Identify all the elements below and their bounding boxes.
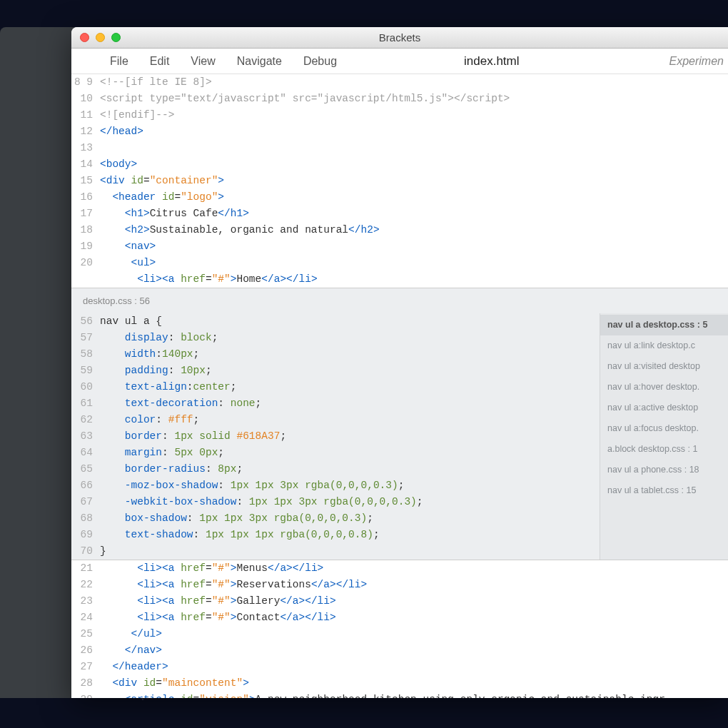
css-rule-item[interactable]: nav ul a tablet.css : 15 — [600, 480, 728, 501]
css-rule-item[interactable]: nav ul a:visited desktop — [600, 356, 728, 377]
experimental-label[interactable]: Experimen — [669, 55, 728, 68]
inline-code[interactable]: 56 57 58 59 60 61 62 63 64 65 66 67 68 6… — [71, 313, 600, 560]
css-rule-item[interactable]: a.block desktop.css : 1 — [600, 439, 728, 460]
maximize-icon[interactable] — [111, 33, 121, 42]
menu-navigate[interactable]: Navigate — [237, 55, 282, 68]
code-top[interactable]: 8 9 10 11 12 13 14 15 16 17 18 19 20 <!-… — [71, 74, 728, 288]
window-titlebar[interactable]: Brackets — [71, 27, 728, 49]
app-window: Brackets File Edit View Navigate Debug i… — [71, 27, 728, 698]
inline-css-editor[interactable]: desktop.css : 56 56 57 58 59 60 61 62 63… — [71, 288, 728, 560]
css-rule-list: nav ul a desktop.css : 5nav ul a:link de… — [600, 313, 728, 560]
menu-edit[interactable]: Edit — [150, 55, 170, 68]
menu-view[interactable]: View — [191, 55, 215, 68]
close-icon[interactable] — [80, 33, 89, 42]
code-bottom[interactable]: 21 22 23 24 25 26 27 28 29 30 31 32 33 <… — [71, 560, 728, 698]
css-rule-item[interactable]: nav ul a phone.css : 18 — [600, 460, 728, 480]
menubar: File Edit View Navigate Debug index.html… — [71, 49, 728, 74]
project-sidebar[interactable] — [0, 27, 77, 698]
menu-file[interactable]: File — [110, 55, 128, 68]
window-title: Brackets — [379, 31, 420, 44]
menu-debug[interactable]: Debug — [303, 55, 337, 68]
css-rule-item[interactable]: nav ul a:hover desktop. — [600, 377, 728, 398]
code-editor[interactable]: 8 9 10 11 12 13 14 15 16 17 18 19 20 <!-… — [71, 74, 728, 698]
current-filename: index.html — [464, 54, 519, 69]
css-rule-item[interactable]: nav ul a:focus desktop. — [600, 418, 728, 439]
css-rule-item[interactable]: nav ul a desktop.css : 5 — [600, 315, 728, 335]
css-rule-item[interactable]: nav ul a:link desktop.c — [600, 335, 728, 356]
window-controls — [80, 33, 121, 42]
editor-body: 8 9 10 11 12 13 14 15 16 17 18 19 20 <!-… — [71, 74, 728, 698]
inline-editor-header: desktop.css : 56 — [71, 288, 728, 313]
minimize-icon[interactable] — [96, 33, 105, 42]
css-rule-item[interactable]: nav ul a:active desktop — [600, 398, 728, 418]
